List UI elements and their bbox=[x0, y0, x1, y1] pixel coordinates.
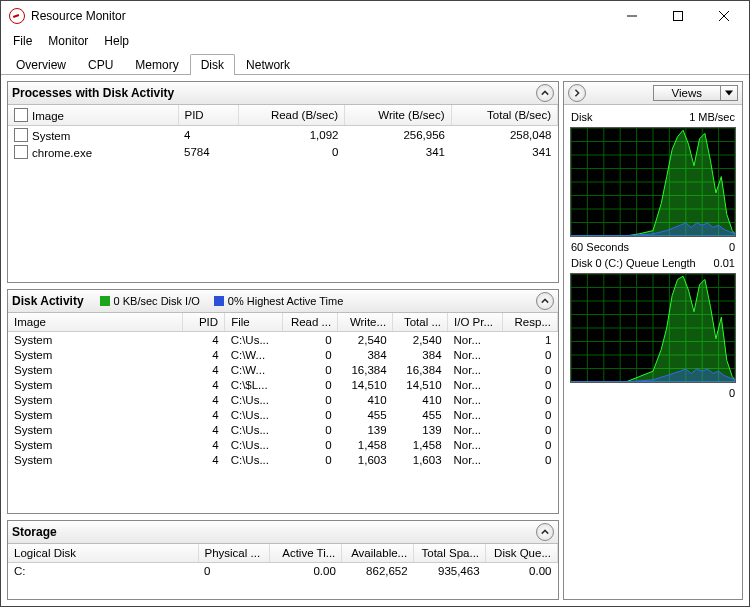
activity-meta: 0 KB/sec Disk I/O 0% Highest Active Time bbox=[100, 295, 344, 307]
graph1-xlabel: 60 Seconds0 bbox=[570, 241, 736, 253]
menu-help[interactable]: Help bbox=[96, 32, 137, 50]
app-window: Resource Monitor File Monitor Help Overv… bbox=[0, 0, 750, 607]
col-queue[interactable]: Disk Que... bbox=[486, 544, 558, 563]
close-button[interactable] bbox=[701, 1, 747, 31]
app-icon bbox=[9, 8, 25, 24]
tab-memory[interactable]: Memory bbox=[124, 54, 189, 75]
col-total[interactable]: Total ... bbox=[393, 313, 448, 332]
storage-table-wrap[interactable]: Logical Disk Physical ... Active Ti... A… bbox=[8, 544, 558, 599]
title-bar: Resource Monitor bbox=[1, 1, 749, 31]
processes-title: Processes with Disk Activity bbox=[12, 86, 190, 100]
green-swatch-icon bbox=[100, 296, 110, 306]
minimize-button[interactable] bbox=[609, 1, 655, 31]
table-row[interactable]: C:00.00862,652935,4630.00 bbox=[8, 563, 558, 579]
checkbox-all[interactable] bbox=[14, 108, 28, 122]
graph1-label: Disk1 MB/sec bbox=[570, 111, 736, 123]
table-row[interactable]: System4C:\Us...01,6031,603Nor...0 bbox=[8, 452, 558, 467]
col-file[interactable]: File bbox=[225, 313, 283, 332]
table-row[interactable]: System41,092256,956258,048 bbox=[8, 126, 558, 144]
maximize-button[interactable] bbox=[655, 1, 701, 31]
col-phys[interactable]: Physical ... bbox=[198, 544, 270, 563]
tab-strip: Overview CPU Memory Disk Network bbox=[1, 52, 749, 75]
body: Processes with Disk Activity Image PID R… bbox=[1, 75, 749, 606]
storage-panel: Storage Logical Disk Physical ... Active… bbox=[7, 520, 559, 600]
graphs-area: Disk1 MB/sec 60 Seconds0 Disk 0 (C:) Que… bbox=[564, 105, 742, 599]
left-column: Processes with Disk Activity Image PID R… bbox=[7, 81, 559, 600]
checkbox[interactable] bbox=[14, 145, 28, 159]
table-row[interactable]: System4C:\W...016,38416,384Nor...0 bbox=[8, 362, 558, 377]
graph2-label: Disk 0 (C:) Queue Length0.01 bbox=[570, 257, 736, 269]
table-row[interactable]: System4C:\Us...0139139Nor...0 bbox=[8, 422, 558, 437]
activity-panel: Disk Activity 0 KB/sec Disk I/O 0% Highe… bbox=[7, 289, 559, 514]
col-image[interactable]: Image bbox=[8, 105, 178, 126]
queue-graph bbox=[570, 273, 736, 383]
processes-table: Image PID Read (B/sec) Write (B/sec) Tot… bbox=[8, 105, 558, 160]
col-total[interactable]: Total Spa... bbox=[414, 544, 486, 563]
blue-swatch-icon bbox=[214, 296, 224, 306]
table-row[interactable]: System4C:\Us...02,5402,540Nor...1 bbox=[8, 332, 558, 348]
svg-marker-1 bbox=[725, 91, 733, 96]
activity-table-wrap[interactable]: Image PID File Read ... Write... Total .… bbox=[8, 313, 558, 513]
col-disk[interactable]: Logical Disk bbox=[8, 544, 198, 563]
storage-title: Storage bbox=[12, 525, 73, 539]
col-total[interactable]: Total (B/sec) bbox=[451, 105, 558, 126]
chevron-up-icon[interactable] bbox=[536, 292, 554, 310]
activity-table: Image PID File Read ... Write... Total .… bbox=[8, 313, 558, 467]
chevron-up-icon[interactable] bbox=[536, 84, 554, 102]
storage-header[interactable]: Storage bbox=[8, 521, 558, 544]
col-pid[interactable]: PID bbox=[182, 313, 224, 332]
activity-header[interactable]: Disk Activity 0 KB/sec Disk I/O 0% Highe… bbox=[8, 290, 558, 313]
sidebar-header: Views bbox=[564, 82, 742, 105]
checkbox[interactable] bbox=[14, 128, 28, 142]
chevron-down-icon[interactable] bbox=[721, 85, 738, 101]
col-avail[interactable]: Available... bbox=[342, 544, 414, 563]
processes-header[interactable]: Processes with Disk Activity bbox=[8, 82, 558, 105]
right-sidebar: Views Disk1 MB/sec 60 Seconds0 Disk 0 (C… bbox=[563, 81, 743, 600]
chevron-up-icon[interactable] bbox=[536, 523, 554, 541]
menu-bar: File Monitor Help bbox=[1, 31, 749, 52]
col-read[interactable]: Read (B/sec) bbox=[238, 105, 345, 126]
col-image[interactable]: Image bbox=[8, 313, 182, 332]
svg-rect-0 bbox=[674, 12, 683, 21]
menu-monitor[interactable]: Monitor bbox=[40, 32, 96, 50]
tab-overview[interactable]: Overview bbox=[5, 54, 77, 75]
disk-graph bbox=[570, 127, 736, 237]
col-resp[interactable]: Resp... bbox=[502, 313, 557, 332]
col-active[interactable]: Active Ti... bbox=[270, 544, 342, 563]
table-row[interactable]: System4C:\Us...0455455Nor...0 bbox=[8, 407, 558, 422]
table-row[interactable]: System4C:\Us...01,4581,458Nor...0 bbox=[8, 437, 558, 452]
menu-file[interactable]: File bbox=[5, 32, 40, 50]
table-row[interactable]: System4C:\$L...014,51014,510Nor...0 bbox=[8, 377, 558, 392]
col-write[interactable]: Write... bbox=[338, 313, 393, 332]
processes-panel: Processes with Disk Activity Image PID R… bbox=[7, 81, 559, 283]
activity-title: Disk Activity bbox=[12, 294, 100, 308]
col-read[interactable]: Read ... bbox=[283, 313, 338, 332]
tab-network[interactable]: Network bbox=[235, 54, 301, 75]
col-write[interactable]: Write (B/sec) bbox=[345, 105, 452, 126]
chevron-right-icon[interactable] bbox=[568, 84, 586, 102]
views-dropdown[interactable]: Views bbox=[653, 85, 738, 101]
tab-cpu[interactable]: CPU bbox=[77, 54, 124, 75]
table-row[interactable]: chrome.exe57840341341 bbox=[8, 143, 558, 160]
storage-table: Logical Disk Physical ... Active Ti... A… bbox=[8, 544, 558, 578]
table-row[interactable]: System4C:\Us...0410410Nor...0 bbox=[8, 392, 558, 407]
window-title: Resource Monitor bbox=[31, 9, 126, 23]
table-row[interactable]: System4C:\W...0384384Nor...0 bbox=[8, 347, 558, 362]
graph2-xlabel: 0 bbox=[570, 387, 736, 399]
col-pid[interactable]: PID bbox=[178, 105, 238, 126]
col-prio[interactable]: I/O Pr... bbox=[448, 313, 503, 332]
tab-disk[interactable]: Disk bbox=[190, 54, 235, 75]
processes-table-wrap[interactable]: Image PID Read (B/sec) Write (B/sec) Tot… bbox=[8, 105, 558, 282]
views-label: Views bbox=[653, 85, 721, 101]
